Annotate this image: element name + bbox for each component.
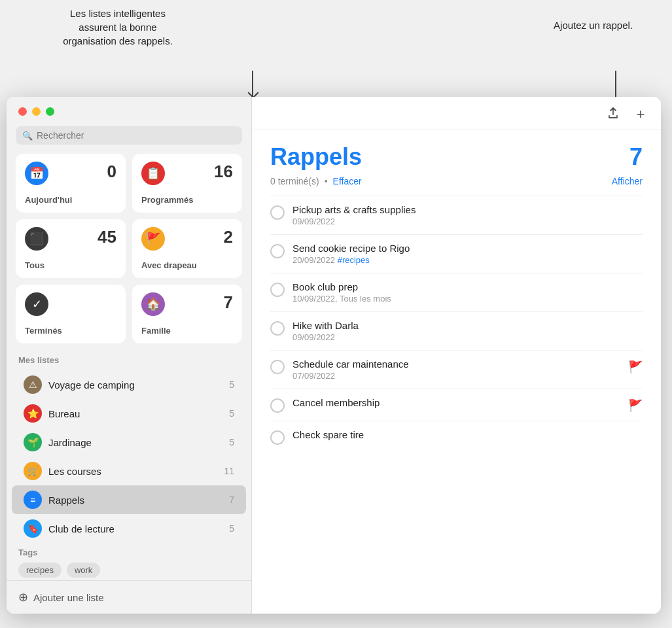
list-count: 5 [229, 408, 234, 419]
reminder-title: Cancel membership [292, 397, 620, 408]
share-button[interactable] [603, 105, 623, 124]
reminder-checkbox[interactable] [270, 283, 285, 297]
smart-list-programmes[interactable]: 📋 16 Programmés [132, 154, 242, 213]
smart-list-count: 16 [214, 162, 233, 182]
reminder-title: Send cookie recipe to Rigo [292, 243, 643, 254]
callout-left: Les listes intelligentes assurent la bon… [13, 7, 222, 48]
smart-list-count: 45 [97, 227, 116, 247]
reminder-checkbox[interactable] [270, 321, 285, 336]
reminders-list: Pickup arts & crafts supplies 09/09/2022… [252, 196, 661, 614]
reminder-subtitle: 10/09/2022, Tous les mois [292, 294, 643, 304]
list-title: Rappels [270, 143, 362, 171]
smart-list-count: 7 [224, 292, 233, 313]
reminder-title: Pickup arts & crafts supplies [292, 204, 643, 215]
list-item-rappels[interactable]: ≡ Rappels 7 [12, 485, 246, 514]
smart-list-icon: ✓ [25, 292, 48, 316]
list-item-club[interactable]: 🔖 Club de lecture 5 [12, 514, 246, 541]
search-input[interactable] [37, 130, 236, 141]
reminder-text: Hike with Darla 09/09/2022 [292, 320, 643, 342]
list-icon: 🛒 [24, 462, 42, 480]
list-item-bureau[interactable]: ⭐ Bureau 5 [12, 399, 246, 428]
smart-list-famille[interactable]: 🏠 7 Famille [132, 285, 242, 343]
close-button[interactable] [18, 107, 27, 116]
tags-section: Tags recipeswork [7, 541, 251, 580]
list-count: 7 [229, 495, 234, 505]
reminder-checkbox[interactable] [270, 398, 285, 413]
reminder-title: Check spare tire [292, 429, 643, 440]
list-count: 5 [229, 437, 234, 447]
minimize-button[interactable] [32, 107, 41, 116]
smart-list-top: 📋 16 [141, 162, 233, 185]
reminder-checkbox[interactable] [270, 244, 285, 258]
reminder-text: Pickup arts & crafts supplies 09/09/2022 [292, 204, 643, 226]
smart-list-count: 0 [107, 162, 116, 182]
reminder-checkbox[interactable] [270, 360, 285, 374]
smart-list-label: Terminés [25, 326, 116, 336]
tag-recipes[interactable]: recipes [18, 563, 62, 578]
main-content: + Rappels 7 0 terminé(s) • Effacer Affic… [252, 97, 661, 614]
search-icon: 🔍 [22, 131, 33, 141]
smart-list-termines[interactable]: ✓ Terminés [16, 285, 126, 343]
list-name: Bureau [48, 408, 222, 419]
tags-title: Tags [18, 548, 239, 557]
effacer-button[interactable]: Effacer [333, 176, 362, 186]
reminder-item: Pickup arts & crafts supplies 09/09/2022 [270, 196, 643, 235]
smart-list-tous[interactable]: ⬛ 45 Tous [16, 219, 126, 278]
smart-list-label: Tous [25, 260, 116, 270]
smart-list-icon: 🏠 [141, 292, 165, 316]
my-lists: ⚠ Voyage de camping 5 ⭐ Bureau 5 🌱 Jardi… [7, 370, 251, 541]
smart-list-top: ✓ [25, 292, 116, 316]
list-header: Rappels 7 [252, 130, 661, 176]
smart-list-icon: ⬛ [25, 227, 48, 251]
flag-icon: 🚩 [628, 360, 643, 374]
list-icon: ≡ [24, 491, 42, 509]
smart-list-aujourd_hui[interactable]: 📅 0 Aujourd'hui [16, 154, 126, 213]
list-item-courses[interactable]: 🛒 Les courses 11 [12, 457, 246, 485]
add-list-button[interactable]: ⊕ Ajouter une liste [7, 580, 251, 614]
my-lists-section-title: Mes listes [7, 353, 251, 370]
app-window: 🔍 📅 0 Aujourd'hui 📋 16 Programmés ⬛ 45 T… [7, 97, 661, 614]
list-count: 11 [224, 466, 234, 476]
fullscreen-button[interactable] [46, 107, 54, 116]
traffic-lights [7, 97, 251, 122]
reminder-checkbox[interactable] [270, 430, 285, 445]
sidebar: 🔍 📅 0 Aujourd'hui 📋 16 Programmés ⬛ 45 T… [7, 97, 252, 614]
reminder-subtitle: 09/09/2022 [292, 217, 643, 226]
smart-list-top: ⬛ 45 [25, 227, 116, 251]
list-icon: 🌱 [24, 433, 42, 451]
smart-list-avec_drapeau[interactable]: 🚩 2 Avec drapeau [132, 219, 242, 278]
completed-count: 0 terminé(s) [270, 176, 319, 186]
reminder-hashtag[interactable]: #recipes [338, 255, 370, 265]
list-name: Club de lecture [48, 523, 222, 534]
reminder-text: Cancel membership [292, 397, 620, 408]
add-list-label: Ajouter une liste [33, 592, 104, 603]
list-count: 5 [229, 523, 234, 534]
list-name: Voyage de camping [48, 379, 222, 391]
reminder-item: Schedule car maintenance 07/09/2022 🚩 [270, 351, 643, 389]
add-icon: ⊕ [18, 590, 28, 604]
subtitle-bar: 0 terminé(s) • Effacer Afficher [252, 176, 661, 196]
list-icon: ⚠ [24, 375, 42, 394]
list-icon: 🔖 [24, 519, 42, 538]
list-item-jardinage[interactable]: 🌱 Jardinage 5 [12, 428, 246, 457]
toolbar: + [252, 97, 661, 130]
list-name: Rappels [48, 495, 222, 506]
callout-line-left [252, 71, 253, 97]
smart-list-top: 🏠 7 [141, 292, 233, 316]
smart-list-label: Famille [141, 326, 233, 336]
reminder-subtitle: 09/09/2022 [292, 332, 643, 342]
add-reminder-button[interactable]: + [631, 105, 650, 124]
reminder-text: Book club prep 10/09/2022, Tous les mois [292, 281, 643, 304]
smart-list-icon: 📋 [141, 162, 165, 185]
tag-work[interactable]: work [67, 563, 100, 578]
list-item-camping[interactable]: ⚠ Voyage de camping 5 [12, 370, 246, 399]
share-icon [607, 107, 620, 123]
reminder-checkbox[interactable] [270, 205, 285, 220]
list-name: Jardinage [48, 437, 222, 448]
plus-icon: + [637, 107, 645, 122]
tags-row: recipeswork [18, 563, 239, 578]
afficher-button[interactable]: Afficher [612, 176, 643, 186]
smart-list-icon: 🚩 [141, 227, 165, 251]
reminder-title: Schedule car maintenance [292, 358, 620, 370]
list-count: 5 [229, 379, 234, 390]
